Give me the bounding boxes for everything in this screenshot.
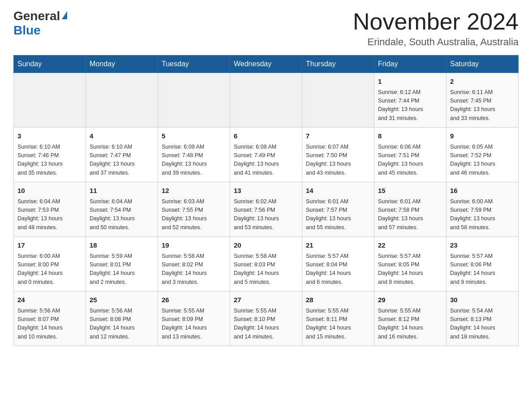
calendar-cell: 24Sunrise: 5:56 AM Sunset: 8:07 PM Dayli… xyxy=(14,291,86,346)
day-info: Sunrise: 6:10 AM Sunset: 7:47 PM Dayligh… xyxy=(90,143,154,178)
day-number: 9 xyxy=(450,131,515,141)
day-number: 2 xyxy=(450,77,515,87)
day-number: 20 xyxy=(234,240,298,251)
calendar-cell: 14Sunrise: 6:01 AM Sunset: 7:57 PM Dayli… xyxy=(302,182,374,237)
week-row-5: 24Sunrise: 5:56 AM Sunset: 8:07 PM Dayli… xyxy=(14,291,519,346)
calendar-cell: 27Sunrise: 5:55 AM Sunset: 8:10 PM Dayli… xyxy=(230,291,302,346)
calendar-cell: 21Sunrise: 5:57 AM Sunset: 8:04 PM Dayli… xyxy=(302,237,374,291)
weekday-header-sunday: Sunday xyxy=(14,56,86,73)
calendar-cell: 3Sunrise: 6:10 AM Sunset: 7:46 PM Daylig… xyxy=(14,128,86,182)
day-number: 27 xyxy=(234,295,298,305)
day-number: 10 xyxy=(17,186,82,196)
day-info: Sunrise: 5:55 AM Sunset: 8:12 PM Dayligh… xyxy=(378,307,442,342)
day-number: 25 xyxy=(90,295,154,305)
calendar-cell: 18Sunrise: 5:59 AM Sunset: 8:01 PM Dayli… xyxy=(86,237,158,291)
day-info: Sunrise: 5:57 AM Sunset: 8:05 PM Dayligh… xyxy=(378,252,442,287)
day-number: 8 xyxy=(378,131,442,141)
calendar-cell: 10Sunrise: 6:04 AM Sunset: 7:53 PM Dayli… xyxy=(14,182,86,237)
day-number: 28 xyxy=(306,295,370,305)
day-info: Sunrise: 6:10 AM Sunset: 7:46 PM Dayligh… xyxy=(17,143,82,178)
day-number: 16 xyxy=(450,186,515,196)
day-number: 26 xyxy=(162,295,226,305)
day-number: 7 xyxy=(306,131,370,141)
calendar-cell: 8Sunrise: 6:06 AM Sunset: 7:51 PM Daylig… xyxy=(374,128,446,182)
day-info: Sunrise: 6:02 AM Sunset: 7:56 PM Dayligh… xyxy=(234,197,298,232)
day-info: Sunrise: 6:01 AM Sunset: 7:58 PM Dayligh… xyxy=(378,197,442,232)
calendar-cell xyxy=(86,73,158,128)
calendar-cell: 25Sunrise: 5:56 AM Sunset: 8:08 PM Dayli… xyxy=(86,291,158,346)
day-info: Sunrise: 6:01 AM Sunset: 7:57 PM Dayligh… xyxy=(306,197,370,232)
day-number: 29 xyxy=(378,295,442,305)
day-number: 4 xyxy=(90,131,154,141)
day-info: Sunrise: 5:57 AM Sunset: 8:06 PM Dayligh… xyxy=(450,252,515,287)
day-number: 3 xyxy=(17,131,82,141)
logo-blue-text: Blue xyxy=(13,23,41,37)
day-info: Sunrise: 6:04 AM Sunset: 7:53 PM Dayligh… xyxy=(17,197,82,232)
day-info: Sunrise: 5:54 AM Sunset: 8:13 PM Dayligh… xyxy=(450,307,515,342)
day-info: Sunrise: 5:55 AM Sunset: 8:11 PM Dayligh… xyxy=(306,307,370,342)
calendar-cell: 5Sunrise: 6:09 AM Sunset: 7:48 PM Daylig… xyxy=(158,128,230,182)
day-number: 24 xyxy=(17,295,82,305)
day-number: 14 xyxy=(306,186,370,196)
week-row-3: 10Sunrise: 6:04 AM Sunset: 7:53 PM Dayli… xyxy=(14,182,519,237)
calendar-cell xyxy=(14,73,86,128)
weekday-header-tuesday: Tuesday xyxy=(158,56,230,73)
weekday-header-wednesday: Wednesday xyxy=(230,56,302,73)
day-number: 11 xyxy=(90,186,154,196)
calendar-cell: 20Sunrise: 5:58 AM Sunset: 8:03 PM Dayli… xyxy=(230,237,302,291)
day-info: Sunrise: 6:12 AM Sunset: 7:44 PM Dayligh… xyxy=(378,88,442,123)
day-number: 13 xyxy=(234,186,298,196)
day-info: Sunrise: 6:06 AM Sunset: 7:51 PM Dayligh… xyxy=(378,143,442,178)
calendar-cell xyxy=(302,73,374,128)
calendar-cell: 29Sunrise: 5:55 AM Sunset: 8:12 PM Dayli… xyxy=(374,291,446,346)
day-info: Sunrise: 6:00 AM Sunset: 7:59 PM Dayligh… xyxy=(450,197,515,232)
day-number: 6 xyxy=(234,131,298,141)
day-info: Sunrise: 5:59 AM Sunset: 8:01 PM Dayligh… xyxy=(90,252,154,287)
page-header: General Blue November 2024 Erindale, Sou… xyxy=(13,9,519,48)
title-section: November 2024 Erindale, South Australia,… xyxy=(353,9,519,48)
week-row-1: 1Sunrise: 6:12 AM Sunset: 7:44 PM Daylig… xyxy=(14,73,519,128)
calendar-cell: 12Sunrise: 6:03 AM Sunset: 7:55 PM Dayli… xyxy=(158,182,230,237)
weekday-header-thursday: Thursday xyxy=(302,56,374,73)
calendar-cell: 2Sunrise: 6:11 AM Sunset: 7:45 PM Daylig… xyxy=(446,73,519,128)
day-number: 17 xyxy=(17,240,82,251)
day-number: 21 xyxy=(306,240,370,251)
day-info: Sunrise: 5:55 AM Sunset: 8:09 PM Dayligh… xyxy=(162,307,226,342)
calendar-cell: 17Sunrise: 6:00 AM Sunset: 8:00 PM Dayli… xyxy=(14,237,86,291)
location-subtitle: Erindale, South Australia, Australia xyxy=(353,36,519,48)
day-info: Sunrise: 6:09 AM Sunset: 7:48 PM Dayligh… xyxy=(162,143,226,178)
day-info: Sunrise: 6:11 AM Sunset: 7:45 PM Dayligh… xyxy=(450,88,515,123)
day-info: Sunrise: 6:07 AM Sunset: 7:50 PM Dayligh… xyxy=(306,143,370,178)
weekday-header-monday: Monday xyxy=(86,56,158,73)
day-info: Sunrise: 6:00 AM Sunset: 8:00 PM Dayligh… xyxy=(17,252,82,287)
day-info: Sunrise: 5:56 AM Sunset: 8:07 PM Dayligh… xyxy=(17,307,82,342)
day-info: Sunrise: 6:05 AM Sunset: 7:52 PM Dayligh… xyxy=(450,143,515,178)
calendar-cell: 23Sunrise: 5:57 AM Sunset: 8:06 PM Dayli… xyxy=(446,237,519,291)
day-number: 12 xyxy=(162,186,226,196)
calendar-cell xyxy=(158,73,230,128)
day-info: Sunrise: 5:56 AM Sunset: 8:08 PM Dayligh… xyxy=(90,307,154,342)
logo: General Blue xyxy=(13,9,67,38)
calendar-cell: 13Sunrise: 6:02 AM Sunset: 7:56 PM Dayli… xyxy=(230,182,302,237)
week-row-2: 3Sunrise: 6:10 AM Sunset: 7:46 PM Daylig… xyxy=(14,128,519,182)
day-info: Sunrise: 6:04 AM Sunset: 7:54 PM Dayligh… xyxy=(90,197,154,232)
calendar-cell: 28Sunrise: 5:55 AM Sunset: 8:11 PM Dayli… xyxy=(302,291,374,346)
calendar-cell: 16Sunrise: 6:00 AM Sunset: 7:59 PM Dayli… xyxy=(446,182,519,237)
calendar-cell: 15Sunrise: 6:01 AM Sunset: 7:58 PM Dayli… xyxy=(374,182,446,237)
day-number: 19 xyxy=(162,240,226,251)
calendar-cell: 9Sunrise: 6:05 AM Sunset: 7:52 PM Daylig… xyxy=(446,128,519,182)
calendar-cell: 30Sunrise: 5:54 AM Sunset: 8:13 PM Dayli… xyxy=(446,291,519,346)
day-number: 5 xyxy=(162,131,226,141)
calendar-cell xyxy=(230,73,302,128)
day-number: 18 xyxy=(90,240,154,251)
logo-triangle-icon xyxy=(62,11,67,19)
calendar-table: SundayMondayTuesdayWednesdayThursdayFrid… xyxy=(13,55,519,346)
weekday-header-friday: Friday xyxy=(374,56,446,73)
calendar-cell: 7Sunrise: 6:07 AM Sunset: 7:50 PM Daylig… xyxy=(302,128,374,182)
weekday-header-row: SundayMondayTuesdayWednesdayThursdayFrid… xyxy=(14,56,519,73)
calendar-cell: 22Sunrise: 5:57 AM Sunset: 8:05 PM Dayli… xyxy=(374,237,446,291)
day-number: 22 xyxy=(378,240,442,251)
day-info: Sunrise: 6:03 AM Sunset: 7:55 PM Dayligh… xyxy=(162,197,226,232)
calendar-cell: 4Sunrise: 6:10 AM Sunset: 7:47 PM Daylig… xyxy=(86,128,158,182)
calendar-cell: 26Sunrise: 5:55 AM Sunset: 8:09 PM Dayli… xyxy=(158,291,230,346)
